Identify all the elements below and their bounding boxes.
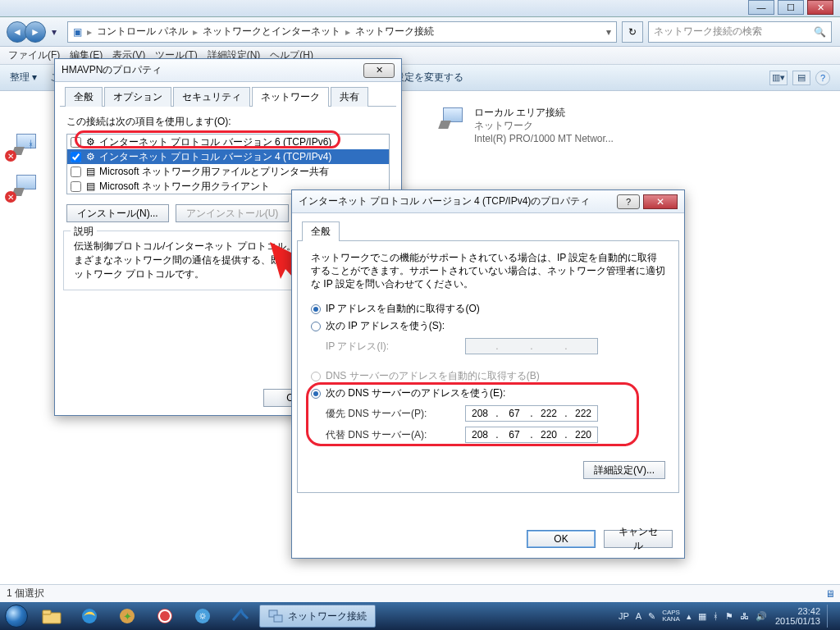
explorer-titlebar: — ☐ ✕ xyxy=(0,0,840,17)
tab-sharing[interactable]: 共有 xyxy=(331,87,368,107)
tab-network[interactable]: ネットワーク xyxy=(252,87,329,107)
status-text: 1 個選択 xyxy=(7,587,44,600)
tray-flag-icon[interactable]: ⚑ xyxy=(725,611,733,622)
refresh-button[interactable]: ↻ xyxy=(622,21,643,43)
status-bar: 1 個選択 🖥 xyxy=(0,584,840,602)
checkbox[interactable] xyxy=(71,137,81,148)
radio-dns-manual[interactable]: 次の DNS サーバーのアドレスを使う(E): xyxy=(311,386,665,400)
pref-dns-field[interactable]: 208. 67. 222. 222 xyxy=(465,405,598,422)
tray-clock[interactable]: 23:42 2015/01/13 xyxy=(775,606,820,626)
checkbox[interactable] xyxy=(71,167,81,177)
taskbar-app-icon[interactable] xyxy=(221,602,259,630)
system-tray: JP A ✎ CAPSKANA ▴ ▦ ᚼ ⚑ 🖧 🔊 23:42 2015/0… xyxy=(612,605,840,628)
connection-item[interactable]: ✕ xyxy=(8,173,48,201)
taskbar-app-icon[interactable]: ✦ xyxy=(108,602,146,630)
error-badge-icon: ✕ xyxy=(5,191,16,203)
taskbar-active-label: ネットワーク接続 xyxy=(288,609,367,623)
checkbox[interactable] xyxy=(71,181,81,192)
taskbar-explorer-icon[interactable] xyxy=(33,602,71,630)
breadcrumb[interactable]: コントロール パネル xyxy=(97,25,188,39)
taskbar: ✦ ⛭ ネットワーク接続 JP A ✎ CAPSKANA ▴ ▦ ᚼ ⚑ 🖧 🔊… xyxy=(0,602,840,630)
windows-orb-icon xyxy=(5,605,28,628)
view-dropdown-icon[interactable]: ▥▾ xyxy=(769,71,788,85)
connection-item[interactable]: ᚼ✕ xyxy=(8,132,48,160)
tray-network-icon[interactable]: 🖧 xyxy=(740,611,749,621)
taskbar-active-window[interactable]: ネットワーク接続 xyxy=(259,605,376,628)
search-placeholder: ネットワーク接続の検索 xyxy=(654,25,762,39)
tab-security[interactable]: セキュリティ xyxy=(173,87,250,107)
gear-icon: ⚙ xyxy=(84,151,96,162)
error-badge-icon: ✕ xyxy=(5,150,16,162)
radio-ip-manual[interactable]: 次の IP アドレスを使う(S): xyxy=(311,319,665,333)
checkbox[interactable] xyxy=(71,152,81,162)
alt-dns-field[interactable]: 208. 67. 220. 220 xyxy=(465,427,598,443)
tray-ime[interactable]: A xyxy=(636,611,641,621)
lan-connection-item[interactable]: ローカル エリア接続 ネットワーク Intel(R) PRO/1000 MT N… xyxy=(435,106,614,145)
list-item-ipv4[interactable]: ⚙インターネット プロトコル バージョン 4 (TCP/IPv4) xyxy=(67,149,389,164)
radio-ip-auto[interactable]: IP アドレスを自動的に取得する(O) xyxy=(311,302,665,316)
show-desktop-button[interactable] xyxy=(827,605,833,628)
dialog-close-button[interactable]: ✕ xyxy=(363,63,395,78)
search-input[interactable]: ネットワーク接続の検索 🔍 xyxy=(648,21,832,43)
breadcrumb[interactable]: ネットワーク接続 xyxy=(355,25,434,39)
help-icon[interactable]: ? xyxy=(815,71,830,85)
tray-expand-icon[interactable]: ▴ xyxy=(687,611,692,622)
dialog-titlebar[interactable]: インターネット プロトコル バージョン 4 (TCP/IPv4)のプロパティ ?… xyxy=(292,190,684,213)
file-icon: ▤ xyxy=(84,180,96,192)
tray-lang[interactable]: JP xyxy=(619,611,629,621)
tray-bluetooth-icon[interactable]: ᚼ xyxy=(713,611,719,621)
svg-rect-2 xyxy=(43,610,51,614)
tray-ime-tool-icon[interactable]: ✎ xyxy=(648,611,655,622)
svg-text:⛭: ⛭ xyxy=(199,611,208,621)
list-item[interactable]: ⚙インターネット プロトコル バージョン 6 (TCP/IPv6) xyxy=(67,135,389,149)
organize-button[interactable]: 整理 ▾ xyxy=(10,71,37,84)
start-button[interactable] xyxy=(0,602,33,630)
statusbar-computer-icon: 🖥 xyxy=(825,588,835,600)
tray-volume-icon[interactable]: 🔊 xyxy=(756,611,767,622)
radio-dns-auto: DNS サーバーのアドレスを自動的に取得する(B) xyxy=(311,369,665,383)
install-button[interactable]: インストール(N)... xyxy=(66,204,169,222)
taskbar-ie-icon[interactable] xyxy=(71,602,108,630)
taskbar-app-icon[interactable]: ⛭ xyxy=(184,602,221,630)
svg-rect-10 xyxy=(274,615,282,622)
window-close-button[interactable]: ✕ xyxy=(807,0,833,15)
search-icon: 🔍 xyxy=(814,26,826,38)
tab-general[interactable]: 全般 xyxy=(302,221,340,241)
window-minimize-button[interactable]: — xyxy=(748,0,774,15)
list-item[interactable]: ▤Microsoft ネットワーク用ファイルとプリンター共有 xyxy=(67,164,389,179)
dialog-titlebar[interactable]: HMAVPNのプロパティ ✕ xyxy=(55,59,401,82)
ok-button[interactable]: OK xyxy=(527,530,596,548)
tab-general[interactable]: 全般 xyxy=(65,87,103,107)
nav-forward-button[interactable]: ► xyxy=(25,21,46,43)
taskbar-app-icon[interactable] xyxy=(146,602,184,630)
alt-dns-label: 代替 DNS サーバー(A): xyxy=(326,428,465,442)
breadcrumb[interactable]: ネットワークとインターネット xyxy=(203,25,340,39)
svg-point-3 xyxy=(82,609,97,623)
nav-history-dropdown[interactable]: ▾ xyxy=(46,22,62,42)
svg-text:✦: ✦ xyxy=(123,610,132,623)
breadcrumb-dropdown-icon[interactable]: ▾ xyxy=(606,26,611,38)
ipv4-properties-dialog: インターネット プロトコル バージョン 4 (TCP/IPv4)のプロパティ ?… xyxy=(291,189,685,559)
pref-dns-label: 優先 DNS サーバー(P): xyxy=(326,407,465,421)
advanced-button[interactable]: 詳細設定(V)... xyxy=(583,461,665,479)
lan-title: ローカル エリア接続 xyxy=(474,106,614,119)
tab-strip: 全般 オプション セキュリティ ネットワーク 共有 xyxy=(60,87,396,107)
tab-options[interactable]: オプション xyxy=(104,87,171,107)
dialog-help-button[interactable]: ? xyxy=(617,194,640,209)
tab-strip: 全般 xyxy=(297,221,679,241)
menu-file[interactable]: ファイル(F) xyxy=(8,48,60,62)
lan-adapter: Intel(R) PRO/1000 MT Networ... xyxy=(474,132,614,145)
ip-address-field: ... xyxy=(465,338,598,354)
preview-pane-icon[interactable]: ▤ xyxy=(792,71,810,85)
file-icon: ▤ xyxy=(84,166,96,177)
tray-caps-kana[interactable]: CAPSKANA xyxy=(662,609,680,623)
protocol-list[interactable]: ⚙インターネット プロトコル バージョン 6 (TCP/IPv6) ⚙インターネ… xyxy=(66,134,390,194)
window-maximize-button[interactable]: ☐ xyxy=(778,0,804,15)
dialog-close-button[interactable]: ✕ xyxy=(643,194,678,209)
breadcrumb-bar[interactable]: ▣ ▸ コントロール パネル ▸ ネットワークとインターネット ▸ ネットワーク… xyxy=(67,21,617,43)
description-heading: 説明 xyxy=(71,225,97,239)
uninstall-button: アンインストール(U) xyxy=(176,204,290,222)
cancel-button[interactable]: キャンセル xyxy=(604,530,673,548)
tray-vm-icon[interactable]: ▦ xyxy=(698,611,706,622)
ip-address-label: IP アドレス(I): xyxy=(326,340,465,354)
